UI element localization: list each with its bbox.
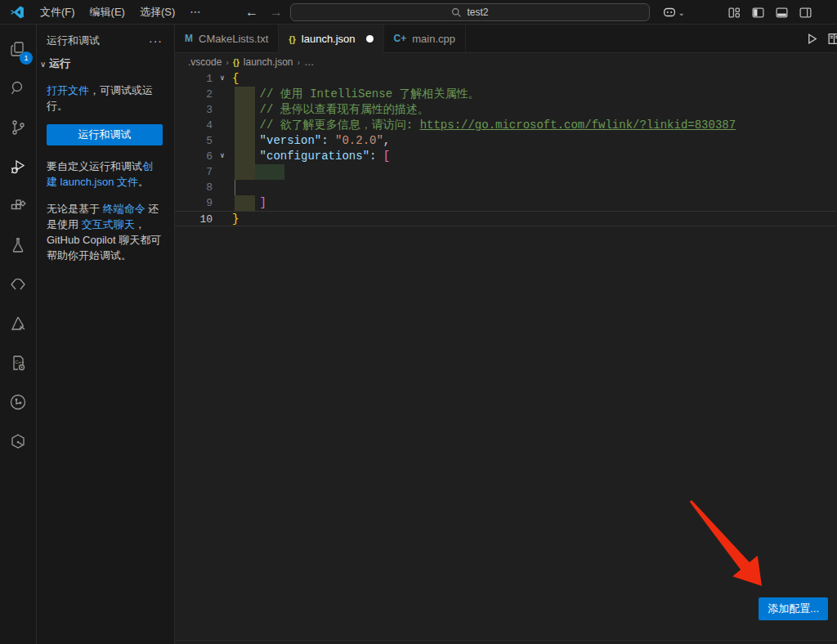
gutter[interactable]: 9 (175, 195, 232, 211)
hexagon-node-icon[interactable] (0, 422, 36, 461)
line-number: 10 (175, 212, 213, 226)
add-configuration-button[interactable]: 添加配置... (759, 597, 828, 620)
toggle-panel-icon[interactable] (775, 6, 789, 20)
gutter[interactable]: 2 (175, 87, 232, 102)
tab-main-cpp[interactable]: C+main.cpp (384, 25, 466, 53)
json-file-icon: {} (233, 58, 239, 67)
code-line[interactable]: 1∨{ (175, 71, 837, 87)
section-run[interactable]: ∨ 运行 (37, 53, 174, 74)
tab-cmakelists-txt[interactable]: MCMakeLists.txt (175, 25, 279, 53)
gutter[interactable]: 10 (175, 212, 232, 226)
source-control-icon[interactable] (0, 108, 36, 147)
highlight-decoration (235, 164, 255, 180)
line-number: 5 (175, 133, 213, 149)
run-debug-icon[interactable] (0, 147, 36, 186)
layout-controls (727, 0, 812, 25)
menu-edit[interactable]: 编辑(E) (83, 3, 132, 21)
link[interactable]: 交互式聊天 (82, 218, 135, 230)
token: , (383, 134, 390, 147)
search-value: test2 (467, 7, 488, 18)
fold-spacer (213, 87, 232, 102)
tab-label: launch.json (302, 33, 356, 45)
tab-bar: MCMakeLists.txt{}launch.jsonC+main.cpp (175, 25, 837, 53)
menu-file[interactable]: 文件(F) (33, 3, 83, 21)
cmake-icon[interactable] (0, 304, 36, 343)
breadcrumb-file[interactable]: launch.json (244, 56, 293, 68)
gutter[interactable]: 5 (175, 133, 232, 149)
view-more-actions-icon[interactable]: ··· (149, 34, 163, 47)
gutter[interactable]: 1∨ (175, 71, 232, 87)
code-line[interactable]: 8 (175, 180, 837, 195)
run-icon[interactable] (805, 32, 819, 46)
gutter[interactable]: 7 (175, 164, 232, 180)
cpp-extension-icon[interactable]: C++ (0, 343, 36, 382)
code-text: } (232, 212, 239, 226)
search-icon[interactable] (0, 69, 36, 108)
code-line[interactable]: 7 (175, 164, 837, 180)
search-icon (451, 7, 462, 18)
commit-graph-icon[interactable] (0, 382, 36, 422)
line-number: 1 (175, 71, 213, 87)
file-type-icon: M (185, 33, 193, 44)
token: // 悬停以查看现有属性的描述。 (260, 103, 429, 116)
forward-icon[interactable]: → (270, 5, 283, 20)
code-text: { (232, 71, 239, 87)
breadcrumb[interactable]: .vscode › {} launch.json › … (175, 53, 837, 71)
copilot-hint: 无论是基于 终端命令 还是使用 交互式聊天，GitHub Copilot 聊天都… (47, 201, 163, 263)
back-icon[interactable]: ← (245, 5, 258, 20)
fold-spacer (213, 164, 232, 180)
open-file-hint: 打开文件，可调试或运行。 (47, 83, 163, 114)
extensions-icon[interactable] (0, 186, 36, 226)
fold-spacer (213, 212, 232, 226)
fold-spacer (213, 133, 232, 149)
line-number: 4 (175, 118, 213, 133)
line-number: 6 (175, 149, 213, 164)
code-line[interactable]: 3 // 悬停以查看现有属性的描述。 (175, 102, 837, 118)
command-center-search[interactable]: test2 (290, 3, 650, 21)
link[interactable]: 终端命令 (103, 203, 145, 215)
run-and-debug-button[interactable]: 运行和调试 (47, 124, 163, 145)
toggle-secondary-sidebar-icon[interactable] (799, 6, 812, 20)
explorer-icon[interactable]: 1 (0, 29, 36, 69)
menu-overflow[interactable]: ⋯ (182, 3, 208, 21)
testing-icon[interactable] (0, 226, 36, 265)
breadcrumb-folder[interactable]: .vscode (188, 56, 222, 68)
highlight-decoration (235, 149, 255, 164)
split-editor-icon[interactable] (827, 32, 837, 46)
fold-spacer (213, 180, 232, 195)
code-line[interactable]: 4 // 欲了解更多信息，请访问: https://go.microsoft.c… (175, 118, 837, 133)
editor-group: MCMakeLists.txt{}launch.jsonC+main.cpp .… (175, 25, 837, 644)
code-brackets-icon[interactable] (0, 265, 36, 304)
link[interactable]: 打开文件 (47, 84, 89, 96)
fold-spacer (213, 195, 232, 211)
gutter[interactable]: 8 (175, 180, 232, 195)
copilot-menu[interactable]: ⌄ (662, 0, 685, 25)
comment-link[interactable]: https://go.microsoft.com/fwlink/?linkid=… (420, 119, 736, 132)
tab-label: main.cpp (412, 33, 455, 45)
code-line[interactable]: 9 ] (175, 195, 837, 211)
token: "version" (260, 134, 322, 147)
gutter[interactable]: 3 (175, 102, 232, 118)
highlight-decoration (235, 195, 255, 211)
fold-chevron-icon[interactable]: ∨ (213, 71, 232, 87)
toggle-primary-sidebar-icon[interactable] (751, 6, 765, 20)
code-text: "configurations": [ (232, 149, 390, 164)
chevron-down-icon: ∨ (40, 60, 46, 69)
breadcrumb-more[interactable]: … (304, 56, 314, 68)
token: { (232, 72, 239, 85)
tab-launch-json[interactable]: {}launch.json (279, 25, 383, 53)
breadcrumb-separator: › (226, 57, 229, 67)
gutter[interactable]: 4 (175, 118, 232, 133)
fold-chevron-icon[interactable]: ∨ (213, 149, 232, 164)
customize-layout-icon[interactable] (727, 6, 741, 20)
code-line[interactable]: 6∨ "configurations": [ (175, 149, 837, 164)
dirty-indicator-icon[interactable] (366, 35, 374, 42)
code-editor[interactable]: 1∨{2 // 使用 IntelliSense 了解相关属性。3 // 悬停以查… (175, 71, 837, 226)
token: "0.2.0" (335, 134, 383, 147)
code-line[interactable]: 2 // 使用 IntelliSense 了解相关属性。 (175, 87, 837, 102)
code-line[interactable]: 5 "version": "0.2.0", (175, 133, 837, 149)
menu-selection[interactable]: 选择(S) (132, 3, 182, 21)
run-debug-sidebar: 运行和调试 ··· ∨ 运行 打开文件，可调试或运行。运行和调试要自定义运行和调… (37, 25, 175, 644)
code-line[interactable]: 10} (175, 211, 837, 226)
gutter[interactable]: 6∨ (175, 149, 232, 164)
